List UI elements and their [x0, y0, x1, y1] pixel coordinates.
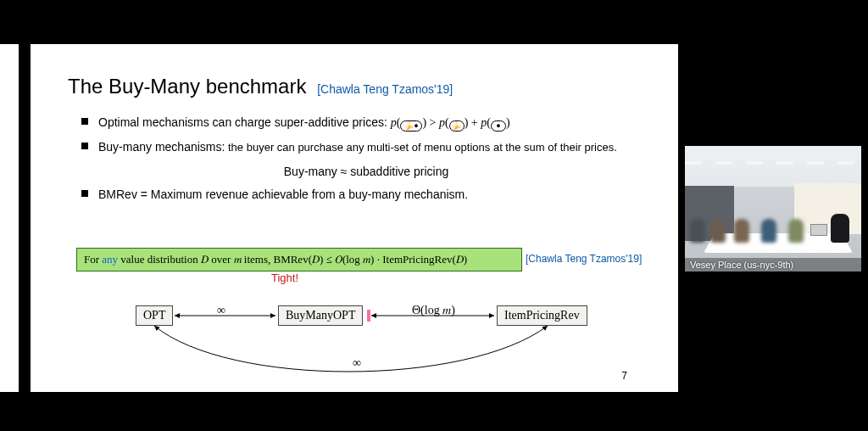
bullet-list: Optimal mechanisms can charge super-addi…	[80, 114, 653, 210]
theorem-any: any	[102, 253, 118, 266]
participant-video-tile[interactable]: Vesey Place (us-nyc-9th)	[685, 146, 861, 271]
ball-icon2: ●	[496, 121, 500, 130]
bundle-ball-icon: ●	[491, 120, 506, 132]
theorem-rest: value distribution 𝐷 over 𝑚 items, BMRev…	[118, 253, 467, 266]
diagram-node-opt: OPT	[136, 305, 173, 326]
ceiling-lights-icon	[685, 161, 861, 165]
participant-name-label: Vesey Place (us-nyc-9th)	[685, 258, 861, 271]
bullet-1-text: Optimal mechanisms can charge super-addi…	[98, 115, 387, 129]
slide-page-number: 7	[621, 370, 627, 382]
diagram-edge-13: ∞	[353, 356, 361, 370]
slide-left-stripe	[19, 44, 31, 392]
theorem-for: For	[84, 253, 102, 266]
bundle-both-icon: 🍌●	[400, 120, 422, 132]
math-plus: +	[471, 116, 478, 129]
math-p: p	[391, 116, 397, 129]
ball-icon: ●	[414, 121, 418, 130]
slide-title-text: The Buy-Many benchmark	[68, 75, 306, 98]
theorem-box: For any value distribution 𝐷 over 𝑚 item…	[76, 248, 522, 271]
diagram-node-buymany: BuyManyOPT	[278, 305, 363, 326]
slide-title: The Buy-Many benchmark [Chawla Teng Tzam…	[68, 75, 453, 98]
bullet-3: BMRev = Maximum revenue achievable from …	[80, 186, 653, 204]
person-silhouette	[831, 214, 849, 243]
person-silhouette	[788, 219, 804, 243]
benchmark-diagram: OPT BuyManyOPT ItemPricingRev ∞ Θ(log 𝑚)…	[76, 305, 636, 380]
diagram-edge-23: Θ(log 𝑚)	[412, 304, 455, 317]
math-p2: p	[439, 116, 445, 129]
diagram-node-itempricing: ItemPricingRev	[497, 305, 587, 326]
person-silhouette	[761, 219, 776, 243]
slide-content: The Buy-Many benchmark [Chawla Teng Tzam…	[51, 44, 661, 392]
bundle-banana-icon: 🍌	[449, 120, 465, 132]
banana-icon2: 🍌	[452, 121, 461, 130]
bullet-3-text: BMRev = Maximum revenue achievable from …	[98, 188, 468, 201]
theorem-tight: Tight!	[271, 271, 298, 284]
diagram-edge-12: ∞	[217, 304, 225, 317]
slide-title-citation: [Chawla Teng Tzamos'19]	[317, 82, 453, 96]
theorem-citation: [Chawla Teng Tzamos'19]	[526, 253, 642, 265]
math-gt: >	[430, 116, 437, 129]
bullet-1: Optimal mechanisms can charge super-addi…	[80, 114, 653, 132]
bullet-2: Buy-many mechanisms: the buyer can purch…	[80, 138, 653, 156]
laptop-icon	[810, 224, 827, 236]
bullet-2-center: Buy-many ≈ subadditive pricing	[80, 163, 653, 181]
math-p3: p	[481, 116, 487, 129]
person-silhouette	[710, 219, 726, 243]
bullet-2-rest: the buyer can purchase any multi-set of …	[225, 141, 616, 154]
svg-rect-2	[367, 310, 370, 322]
banana-icon: 🍌	[404, 121, 414, 130]
person-silhouette	[690, 219, 705, 243]
person-silhouette	[734, 219, 749, 243]
room-wall-right	[794, 183, 861, 233]
bullet-2-lead: Buy-many mechanisms:	[98, 140, 225, 154]
bullet-1-math: p(🍌●) > p(🍌) + p(●)	[391, 116, 510, 129]
shared-slide: The Buy-Many benchmark [Chawla Teng Tzam…	[0, 44, 678, 392]
